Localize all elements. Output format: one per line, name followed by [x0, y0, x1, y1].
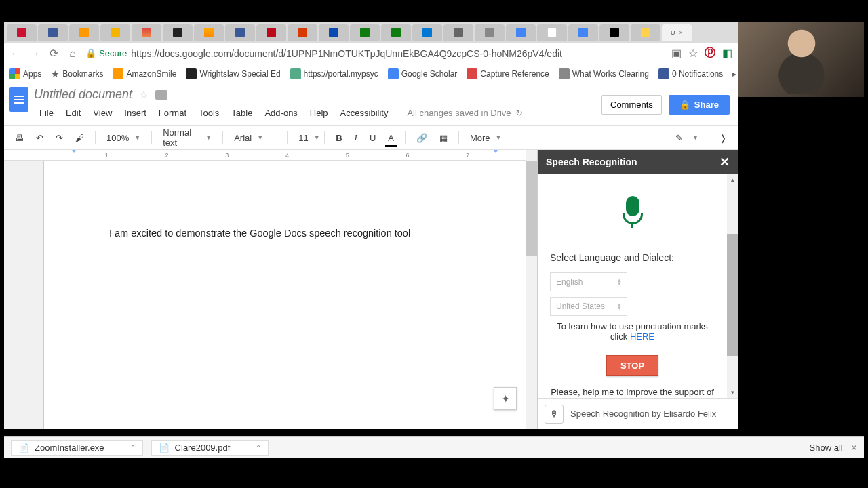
back-button[interactable]: ← — [9, 47, 22, 60]
menu-help[interactable]: Help — [304, 106, 334, 120]
menu-addons[interactable]: Add-ons — [259, 106, 302, 120]
forward-button[interactable]: → — [28, 47, 41, 60]
ruler-right-marker[interactable] — [492, 150, 499, 153]
vertical-scrollbar[interactable] — [526, 161, 537, 429]
document-title[interactable]: Untitled document — [34, 87, 132, 102]
more-button[interactable]: More▼ — [466, 133, 506, 143]
dialect-select[interactable]: United States▴▾ — [550, 297, 627, 316]
tab-close-icon[interactable]: × — [679, 29, 683, 36]
browser-tab[interactable] — [506, 24, 536, 41]
browser-tab[interactable] — [381, 24, 411, 41]
underline-button[interactable]: U — [366, 130, 380, 146]
addon-icon[interactable]: 🎙 — [545, 405, 564, 424]
bookmark-item[interactable]: Google Scholar — [388, 68, 458, 79]
menu-format[interactable]: Format — [153, 106, 192, 120]
home-button[interactable]: ⌂ — [66, 47, 79, 60]
style-select[interactable]: Normal text▼ — [159, 127, 216, 148]
editing-mode-button[interactable]: ✎ — [671, 130, 687, 146]
browser-tab[interactable] — [475, 24, 505, 41]
bold-button[interactable]: B — [332, 130, 346, 146]
close-panel-button[interactable]: ✕ — [719, 155, 730, 169]
star-icon[interactable]: ☆ — [688, 47, 698, 60]
url-box[interactable]: 🔒Secure https://docs.google.com/document… — [85, 48, 665, 59]
browser-tab[interactable] — [537, 24, 567, 41]
menu-view[interactable]: View — [87, 106, 117, 120]
italic-button[interactable]: I — [351, 129, 361, 146]
bookmarks-button[interactable]: Bookmarks — [51, 68, 103, 79]
browser-tab[interactable] — [599, 24, 629, 41]
star-button[interactable]: ☆ — [139, 88, 149, 101]
browser-tab[interactable] — [7, 24, 37, 41]
print-button[interactable]: 🖶 — [11, 130, 28, 146]
comments-button[interactable]: Comments — [601, 95, 662, 115]
menu-insert[interactable]: Insert — [119, 106, 152, 120]
bookmark-item[interactable]: Wrightslaw Special Ed — [186, 68, 280, 79]
font-select[interactable]: Arial▼ — [230, 133, 280, 143]
browser-tab[interactable] — [319, 24, 349, 41]
bookmark-item[interactable]: https://portal.mypsyc — [290, 68, 378, 79]
collapse-button[interactable]: ❭ — [715, 130, 731, 146]
browser-tab-active[interactable]: U× — [662, 24, 692, 41]
browser-tab[interactable] — [100, 24, 130, 41]
menu-file[interactable]: File — [34, 106, 59, 120]
scroll-up-button[interactable]: ▴ — [727, 174, 738, 185]
stop-button[interactable]: STOP — [606, 355, 658, 376]
bookmark-item[interactable]: Capture Reference — [467, 68, 549, 79]
browser-tab[interactable] — [194, 24, 224, 41]
menu-accessibility[interactable]: Accessibility — [335, 106, 394, 120]
download-item[interactable]: 📄 Clare2009.pdf ⌃ — [151, 440, 269, 456]
show-all-downloads[interactable]: Show all — [810, 443, 843, 453]
apps-button[interactable]: Apps — [9, 68, 41, 79]
help-link[interactable]: HERE — [630, 331, 654, 342]
browser-tab[interactable] — [132, 24, 161, 41]
browser-tab[interactable] — [288, 24, 317, 41]
bookmark-item[interactable]: AmazonSmile — [113, 68, 176, 79]
text-color-button[interactable]: A — [384, 130, 398, 146]
bookmark-item[interactable]: What Works Clearing — [559, 68, 649, 79]
browser-tab[interactable] — [350, 24, 380, 41]
scroll-down-button[interactable]: ▾ — [727, 387, 738, 398]
pinterest-icon[interactable]: ⓟ — [705, 46, 715, 60]
menu-edit[interactable]: Edit — [60, 106, 86, 120]
editing-mode-caret[interactable]: ▼ — [692, 134, 698, 141]
docs-logo[interactable] — [4, 83, 34, 125]
chevron-up-icon[interactable]: ⌃ — [130, 444, 136, 451]
document-page[interactable]: I am excited to demonstrate the Google D… — [43, 161, 526, 429]
bookmark-overflow[interactable]: ▸ — [732, 69, 736, 79]
share-button[interactable]: 🔒Share — [669, 95, 730, 115]
browser-tab[interactable] — [568, 24, 598, 41]
browser-tab[interactable] — [225, 24, 255, 41]
scrollbar-thumb[interactable] — [727, 234, 738, 356]
browser-tab[interactable] — [38, 24, 68, 41]
scrollbar-thumb[interactable] — [526, 161, 537, 256]
extension-icon[interactable]: ◧ — [722, 47, 732, 60]
reload-button[interactable]: ⟳ — [47, 47, 60, 60]
browser-tab[interactable] — [412, 24, 442, 41]
redo-button[interactable]: ↷ — [52, 130, 67, 146]
menu-table[interactable]: Table — [226, 106, 258, 120]
browser-tab[interactable] — [69, 24, 99, 41]
download-item[interactable]: 📄 ZoomInstaller.exe ⌃ — [11, 440, 143, 456]
language-select[interactable]: English▴▾ — [550, 272, 627, 291]
chevron-up-icon[interactable]: ⌃ — [256, 444, 261, 451]
move-to-folder-button[interactable] — [155, 90, 167, 100]
ruler[interactable]: 1 2 3 4 5 6 7 — [4, 150, 526, 161]
explore-button[interactable]: ✦ — [494, 387, 517, 410]
font-size-select[interactable]: 11▼ — [294, 133, 317, 143]
paint-format-button[interactable]: 🖌 — [71, 130, 88, 146]
close-downloads-bar[interactable]: × — [851, 442, 857, 454]
link-button[interactable]: 🔗 — [412, 130, 431, 146]
undo-button[interactable]: ↶ — [32, 130, 47, 146]
menu-tools[interactable]: Tools — [193, 106, 224, 120]
camera-icon[interactable]: ▣ — [671, 47, 682, 60]
zoom-select[interactable]: 100%▼ — [102, 133, 144, 143]
comment-button[interactable]: ▦ — [435, 130, 452, 146]
browser-tab[interactable] — [443, 24, 473, 41]
panel-scrollbar[interactable]: ▴ ▾ — [727, 174, 738, 398]
microphone-icon[interactable] — [621, 196, 644, 224]
bookmark-item[interactable]: 0 Notifications — [658, 68, 723, 79]
browser-tab[interactable] — [631, 24, 660, 41]
browser-tab[interactable] — [256, 24, 286, 41]
ruler-indent-marker[interactable] — [71, 150, 77, 153]
browser-tab[interactable] — [163, 24, 193, 41]
